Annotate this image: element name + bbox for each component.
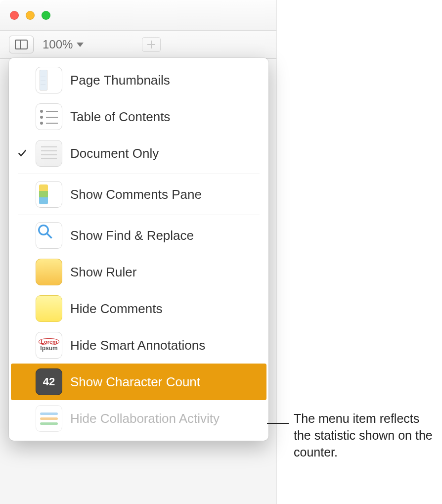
callout-text: The menu item reflects the statistic sho… — [294, 411, 437, 460]
window-minimize-button[interactable] — [26, 11, 35, 20]
sidebar-icon — [15, 40, 28, 49]
menu-item-show-character-count[interactable]: 42 Show Character Count — [11, 364, 266, 400]
chevron-down-icon — [77, 43, 84, 47]
menu-item-hide-collaboration-activity: Hide Collaboration Activity — [11, 400, 266, 437]
menu-item-label: Show Character Count — [70, 374, 260, 390]
menu-item-label: Show Ruler — [70, 265, 260, 280]
character-count-icon: 42 — [35, 367, 63, 396]
menu-item-document-only[interactable]: Document Only — [11, 135, 266, 172]
count-icon-value: 42 — [36, 368, 62, 395]
document-only-icon — [35, 139, 63, 168]
menu-item-table-of-contents[interactable]: Table of Contents — [11, 98, 266, 135]
menu-item-label: Hide Collaboration Activity — [70, 411, 260, 426]
menu-item-label: Hide Smart Annotations — [70, 338, 260, 353]
zoom-dropdown[interactable]: 100% — [43, 38, 84, 51]
menu-item-show-ruler[interactable]: Show Ruler — [11, 254, 266, 290]
menu-item-show-comments-pane[interactable]: Show Comments Pane — [11, 176, 266, 213]
menu-item-hide-smart-annotations[interactable]: Lorem Ipsum Hide Smart Annotations — [11, 327, 266, 364]
table-of-contents-icon — [35, 102, 63, 131]
menu-item-show-find-replace[interactable]: Show Find & Replace — [11, 217, 266, 254]
view-menu: Page Thumbnails Table of Contents Docume… — [9, 58, 268, 441]
ruler-icon — [35, 258, 63, 286]
smart-annotations-icon: Lorem Ipsum — [35, 331, 63, 360]
menu-item-label: Table of Contents — [70, 109, 260, 125]
app-window: 100% Page Thumbnails Table of Contents — [0, 0, 277, 504]
menu-item-hide-comments[interactable]: Hide Comments — [11, 290, 266, 327]
window-close-button[interactable] — [10, 11, 19, 20]
sticky-note-icon — [35, 294, 63, 323]
lorem-icon-line-1: Lorem — [39, 338, 59, 345]
zoom-value: 100% — [43, 38, 73, 51]
page-thumbnails-icon — [35, 66, 63, 94]
svg-point-0 — [39, 226, 48, 235]
menu-item-label: Document Only — [70, 146, 260, 161]
menu-item-label: Show Comments Pane — [70, 187, 260, 202]
window-maximize-button[interactable] — [42, 11, 50, 20]
menu-divider — [18, 174, 260, 174]
plus-icon — [147, 41, 155, 48]
checkmark-icon — [17, 148, 28, 158]
menu-item-page-thumbnails[interactable]: Page Thumbnails — [11, 62, 266, 98]
menu-item-label: Page Thumbnails — [70, 73, 260, 88]
titlebar — [0, 0, 276, 31]
menu-item-label: Show Find & Replace — [70, 228, 260, 243]
view-menu-button[interactable] — [9, 36, 34, 53]
toolbar: 100% — [0, 31, 276, 59]
callout-leader-line — [267, 423, 289, 424]
svg-line-1 — [47, 234, 52, 238]
menu-item-label: Hide Comments — [70, 301, 260, 317]
lorem-icon-line-2: Ipsum — [40, 345, 57, 352]
comments-pane-icon — [35, 180, 63, 209]
menu-divider — [18, 215, 260, 215]
collaboration-icon — [35, 404, 63, 433]
search-icon — [35, 221, 63, 250]
add-page-button[interactable] — [142, 37, 161, 52]
